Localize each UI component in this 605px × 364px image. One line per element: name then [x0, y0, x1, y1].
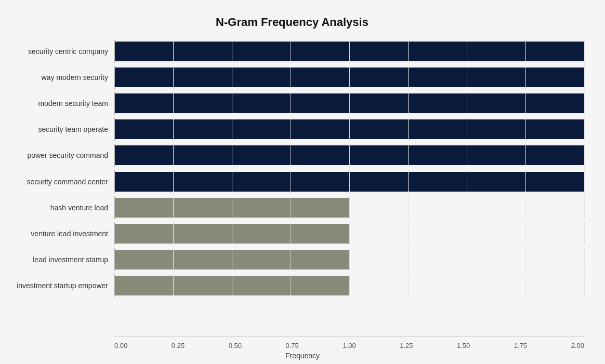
bar-track	[114, 248, 584, 271]
grid-line	[525, 196, 526, 219]
bar-fill	[114, 172, 584, 192]
bar-track	[114, 66, 584, 89]
grid-line	[408, 222, 409, 245]
x-axis-title: Frequency	[0, 352, 605, 360]
grid-line	[525, 248, 526, 271]
bar-label: lead investment startup	[0, 255, 114, 264]
bar-track	[114, 196, 584, 219]
bar-track	[114, 170, 584, 193]
bar-fill	[114, 198, 349, 218]
bar-row: power security command	[0, 142, 584, 168]
bar-label: security centric company	[0, 47, 114, 56]
bar-label: security team operate	[0, 125, 114, 133]
x-axis-tick-label: 1.50	[457, 342, 470, 349]
bar-label: power security command	[0, 151, 114, 159]
grid-line	[408, 248, 409, 271]
bar-row: venture lead investment	[0, 221, 584, 247]
grid-line	[584, 144, 585, 167]
bar-label: investment startup empower	[0, 281, 114, 290]
bar-label: venture lead investment	[0, 230, 114, 238]
bar-track	[114, 274, 584, 297]
bar-row: security command center	[0, 168, 584, 194]
grid-line	[349, 248, 350, 271]
bar-fill	[114, 250, 349, 269]
grid-line	[584, 170, 585, 193]
grid-line	[584, 274, 585, 297]
bar-fill	[114, 93, 584, 113]
x-axis-tick-label: 0.50	[229, 342, 242, 349]
grid-line	[584, 40, 585, 63]
bar-label: security command center	[0, 178, 114, 186]
grid-line	[584, 118, 585, 141]
x-axis-tick-label: 1.25	[400, 342, 413, 349]
grid-line	[467, 196, 467, 219]
x-axis-tick-label: 0.25	[172, 342, 185, 349]
bar-row: hash venture lead	[0, 195, 584, 221]
bar-fill	[114, 145, 584, 165]
grid-line	[584, 92, 585, 115]
grid-line	[467, 274, 467, 297]
grid-line	[467, 222, 467, 245]
x-axis-tick-label: 0.00	[114, 342, 127, 349]
bar-fill	[114, 224, 349, 244]
grid-line	[349, 196, 350, 219]
bar-track	[114, 118, 584, 141]
bar-row: security team operate	[0, 116, 584, 142]
chart-area: security centric companyway modern secur…	[0, 38, 584, 299]
grid-line	[584, 66, 585, 89]
bar-label: hash venture lead	[0, 204, 114, 212]
chart-title: N-Gram Frequency Analysis	[0, 10, 584, 29]
bar-label: way modern security	[0, 73, 114, 82]
bar-row: security centric company	[0, 38, 584, 64]
bar-fill	[114, 276, 349, 295]
bar-track	[114, 40, 584, 63]
bar-label: modern security team	[0, 99, 114, 107]
grid-line	[408, 196, 409, 219]
grid-line	[525, 222, 526, 245]
bar-fill	[114, 42, 584, 61]
grid-line	[349, 222, 350, 245]
x-axis-tick-label: 1.00	[343, 342, 356, 349]
x-axis-line	[114, 336, 584, 337]
bar-track	[114, 144, 584, 167]
grid-line	[525, 274, 526, 297]
bar-row: investment startup empower	[0, 273, 584, 299]
grid-line	[408, 274, 409, 297]
bar-fill	[114, 119, 584, 139]
bar-fill	[114, 68, 584, 87]
x-axis-tick-label: 2.00	[571, 342, 584, 349]
x-axis-labels: 0.000.250.500.751.001.251.501.752.00	[114, 342, 584, 349]
grid-line	[584, 196, 585, 219]
grid-line	[467, 248, 467, 271]
grid-line	[584, 248, 585, 271]
bar-track	[114, 222, 584, 245]
grid-line	[349, 274, 350, 297]
bar-row: lead investment startup	[0, 247, 584, 273]
chart-container: N-Gram Frequency Analysis security centr…	[0, 0, 605, 364]
x-axis-tick-label: 1.75	[514, 342, 527, 349]
bar-row: modern security team	[0, 90, 584, 116]
bar-track	[114, 92, 584, 115]
bar-row: way modern security	[0, 64, 584, 90]
grid-line	[584, 222, 585, 245]
x-axis-tick-label: 0.75	[285, 342, 298, 349]
